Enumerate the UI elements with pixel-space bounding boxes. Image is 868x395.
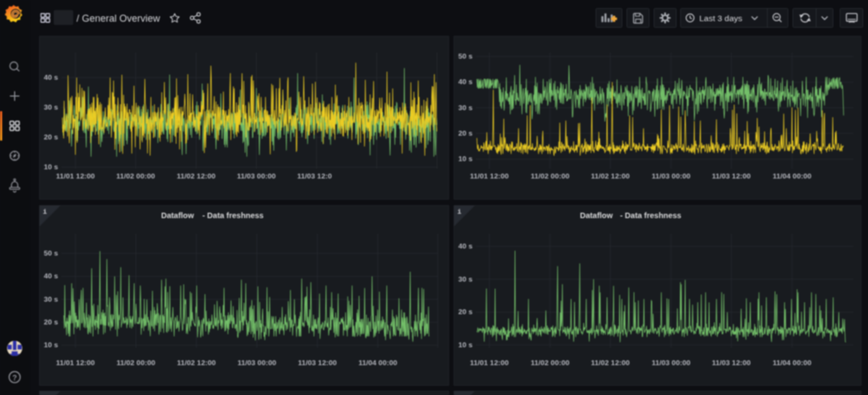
svg-text:20 s: 20 s — [458, 129, 473, 137]
svg-text:i: i — [457, 208, 462, 216]
svg-text:11/03 00:00: 11/03 00:00 — [652, 172, 690, 180]
svg-text:/ General Overview: / General Overview — [76, 13, 161, 24]
svg-text:30 s: 30 s — [44, 295, 58, 303]
svg-text:11/04 00:00: 11/04 00:00 — [359, 359, 397, 367]
svg-text:10 s: 10 s — [44, 341, 58, 349]
svg-text:11/03 00:00: 11/03 00:00 — [238, 359, 276, 367]
svg-text:11/02 12:00: 11/02 12:00 — [177, 359, 215, 367]
svg-text:30 s: 30 s — [44, 103, 58, 111]
svg-text:11/03 00:00: 11/03 00:00 — [237, 172, 276, 180]
svg-text:11/03 12:00: 11/03 12:00 — [712, 359, 750, 367]
svg-text:11/02 00:00: 11/02 00:00 — [116, 172, 155, 180]
svg-text:11/02 12:00: 11/02 12:00 — [591, 172, 629, 180]
svg-text:10 s: 10 s — [458, 341, 473, 349]
svg-text:10 s: 10 s — [458, 155, 473, 163]
svg-text:11/03 00:00: 11/03 00:00 — [652, 359, 690, 367]
svg-text:30 s: 30 s — [458, 104, 473, 112]
svg-text:20 s: 20 s — [44, 133, 58, 141]
svg-text:11/01 12:00: 11/01 12:00 — [56, 172, 94, 180]
svg-text:40 s: 40 s — [458, 78, 473, 86]
svg-text:20 s: 20 s — [44, 318, 58, 326]
svg-text:11/02 12:00: 11/02 12:00 — [591, 359, 629, 367]
svg-text:50 s: 50 s — [458, 52, 473, 60]
svg-text:10 s: 10 s — [44, 163, 58, 171]
svg-text:11/02 00:00: 11/02 00:00 — [531, 172, 569, 180]
svg-text:11/01 12:00: 11/01 12:00 — [56, 359, 94, 367]
svg-text:11/02 00:00: 11/02 00:00 — [117, 359, 155, 367]
svg-text:50 s: 50 s — [44, 249, 58, 257]
svg-text:40 s: 40 s — [44, 73, 58, 81]
svg-text:Last 3 days: Last 3 days — [699, 14, 743, 23]
svg-text:11/04 00:00: 11/04 00:00 — [773, 359, 811, 367]
svg-text:11/03 12:00: 11/03 12:00 — [298, 359, 336, 367]
svg-text:11/03 12:00: 11/03 12:00 — [297, 172, 336, 180]
svg-text:11/02 12:00: 11/02 12:00 — [177, 172, 215, 180]
svg-text:40 s: 40 s — [44, 272, 58, 280]
svg-text:?: ? — [12, 373, 17, 382]
svg-text:11/01 12:00: 11/01 12:00 — [470, 172, 508, 180]
svg-text:11/04 00:00: 11/04 00:00 — [773, 172, 811, 180]
svg-text:i: i — [43, 208, 47, 216]
svg-text:11/03 12:00: 11/03 12:00 — [712, 172, 750, 180]
svg-text:30 s: 30 s — [458, 275, 473, 283]
svg-text:11/02 00:00: 11/02 00:00 — [531, 359, 569, 367]
svg-text:40 s: 40 s — [458, 242, 473, 250]
svg-text:11/01 12:00: 11/01 12:00 — [470, 359, 508, 367]
svg-text:20 s: 20 s — [458, 308, 473, 316]
